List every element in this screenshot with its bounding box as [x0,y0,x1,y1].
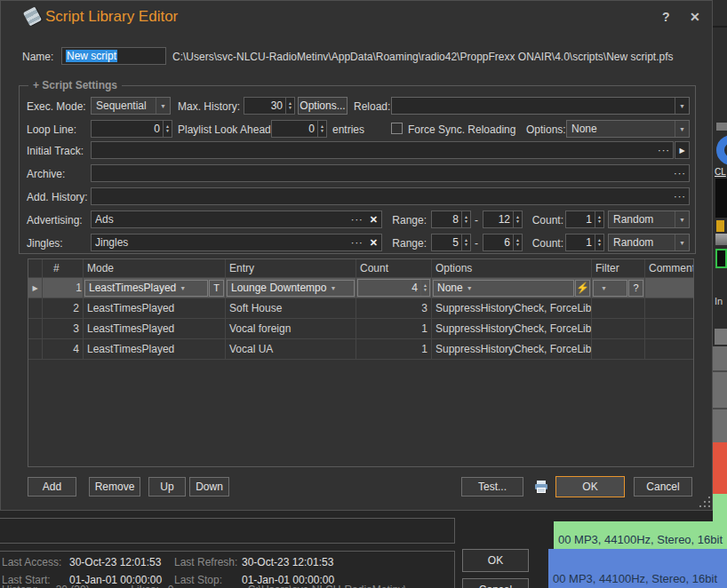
force-sync-checkbox[interactable] [391,123,403,134]
spinner-arrows-icon[interactable]: ▲▼ [513,234,522,250]
header-entry[interactable]: Entry [226,259,356,277]
loop-line-value: 0 [92,123,163,135]
close-icon[interactable]: ✕ [690,10,700,24]
jingles-mode-select[interactable]: Random ▼ [608,234,690,251]
jingles-range-to-spinner[interactable]: 6 ▲▼ [483,234,523,251]
reload-select[interactable]: ▼ [391,97,690,115]
row-options-select[interactable]: None ▼ [433,280,574,297]
filter-help-button[interactable]: ? [628,280,643,297]
table-row[interactable]: 4 LeastTimesPlayed Vocal UA 1 SuppressHi… [28,339,693,360]
up-button[interactable]: Up [148,477,186,497]
spinner-arrows-icon[interactable]: ▲▼ [317,121,326,137]
add-history-field[interactable]: ··· [91,187,690,205]
spinner-arrows-icon[interactable]: ▲▼ [595,234,603,250]
filter-select[interactable]: ▼ [593,280,627,297]
exec-mode-label: Exec. Mode: [27,100,86,113]
table-row[interactable]: 2 LeastTimesPlayed Soft House 3 Suppress… [28,298,693,319]
header-mode[interactable]: Mode [84,259,226,277]
row-options: SuppressHistoryCheck, ForceLibra... [432,339,592,359]
resize-grip[interactable] [699,497,710,507]
ok-button[interactable]: OK [555,476,625,497]
audio-format-bar-green: 00 MP3, 44100Hz, Stereo, 16bit [554,521,727,549]
sliver-link[interactable]: CL [715,167,726,177]
jingles-count-spinner[interactable]: 1 ▲▼ [565,234,604,251]
mode-t-button[interactable]: T [209,280,224,297]
browse-icon[interactable]: ··· [655,145,673,155]
entries-label: entries [332,123,364,136]
entry-value: Lounge Downtempo [231,282,326,294]
clear-icon[interactable]: ✕ [366,237,381,249]
last-refresh-label: Last Refresh: [174,556,237,568]
chevron-down-icon: ▼ [675,98,689,114]
entry-select[interactable]: Lounge Downtempo ▼ [227,280,355,297]
row-filter-cell: ▼ ? [592,278,645,298]
add-button[interactable]: Add [28,477,76,497]
jingles-field[interactable]: Jingles ··· ✕ [91,234,382,251]
options-select[interactable]: None ▼ [566,120,690,138]
down-button[interactable]: Down [189,477,229,497]
row-options: SuppressHistoryCheck, ForceLibra... [432,298,592,318]
spinner-arrows-icon[interactable]: ▲▼ [513,211,522,227]
header-marker [28,259,43,277]
header-comment[interactable]: Comment [645,259,693,277]
row-count: 1 [356,319,432,338]
spinner-arrows-icon[interactable]: ▲▼ [163,121,172,137]
advertising-range-from-spinner[interactable]: 8 ▲▼ [431,211,471,228]
archive-field[interactable]: ··· [91,164,690,182]
background-ok-button[interactable]: OK [462,549,529,572]
help-icon[interactable]: ? [662,10,670,24]
clear-icon[interactable]: ✕ [366,214,381,226]
browse-icon[interactable]: ··· [348,214,366,225]
print-button[interactable] [532,476,550,497]
sliver-red-fragment [713,442,727,494]
spinner-arrows-icon[interactable]: ▲▼ [285,98,294,114]
header-num[interactable]: # [43,259,84,277]
lightning-button[interactable]: ⚡ [575,280,590,297]
advertising-mode-select[interactable]: Random ▼ [608,211,690,228]
browse-icon[interactable]: ··· [671,168,689,179]
mode-select[interactable]: LeastTimesPlayed ▼ [84,280,208,297]
spinner-arrows-icon[interactable]: ▲▼ [461,211,470,227]
browse-icon[interactable]: ··· [671,191,689,202]
jingles-range-from-spinner[interactable]: 5 ▲▼ [431,234,471,251]
table-row[interactable]: 3 LeastTimesPlayed Vocal foreign 1 Suppr… [28,319,693,339]
cancel-button[interactable]: Cancel [634,477,692,497]
look-ahead-spinner[interactable]: 0 ▲▼ [271,120,327,138]
max-history-value: 30 [244,99,285,112]
exec-mode-select[interactable]: Sequential ▼ [91,97,171,115]
advertising-range-to-spinner[interactable]: 12 ▲▼ [483,211,523,228]
remove-button[interactable]: Remove [89,477,140,497]
script-settings-group: + Script Settings Exec. Mode: Sequential… [19,85,696,254]
header-options[interactable]: Options [432,259,592,277]
sliver-fragment [716,123,727,131]
row-num: 3 [43,319,84,338]
advertising-field[interactable]: Ads ··· ✕ [91,211,382,228]
name-input[interactable]: New script [61,47,166,65]
initial-track-field[interactable]: ··· [91,141,674,159]
browse-icon[interactable]: ··· [348,237,366,248]
advertising-range-from: 8 [432,213,461,226]
header-count[interactable]: Count [356,259,432,277]
history-options-button[interactable]: Options... [298,97,348,115]
spinner-arrows-icon[interactable]: ▲▼ [461,234,470,250]
table-row-selected[interactable]: ▶ 1 LeastTimesPlayed ▼ T Lounge Downtemp… [28,278,693,298]
play-initial-track-button[interactable]: ▶ [675,141,690,159]
max-history-spinner[interactable]: 30 ▲▼ [244,97,295,115]
spinner-arrows-icon[interactable]: ▲▼ [420,280,429,296]
header-filter[interactable]: Filter [592,259,645,277]
sliver-yellow-fragment [716,220,724,232]
sliver-green-button[interactable] [715,249,727,268]
archive-label: Archive: [27,168,65,180]
loop-line-spinner[interactable]: 0 ▲▼ [91,120,172,138]
row-entry-cell: Lounge Downtempo ▼ [226,278,356,298]
background-cancel-button[interactable]: Cancel [462,578,529,588]
group-title[interactable]: + Script Settings [28,79,122,91]
test-button[interactable]: Test... [461,477,523,497]
row-comment-cell[interactable] [645,278,693,298]
advertising-count-label: Count: [532,214,563,226]
options-dd-label: Options: [526,123,566,136]
count-spinner[interactable]: 4 ▲▼ [357,279,430,297]
row-mode-cell: LeastTimesPlayed ▼ T [84,278,226,298]
advertising-count-spinner[interactable]: 1 ▲▼ [565,211,604,228]
spinner-arrows-icon[interactable]: ▲▼ [595,211,603,227]
